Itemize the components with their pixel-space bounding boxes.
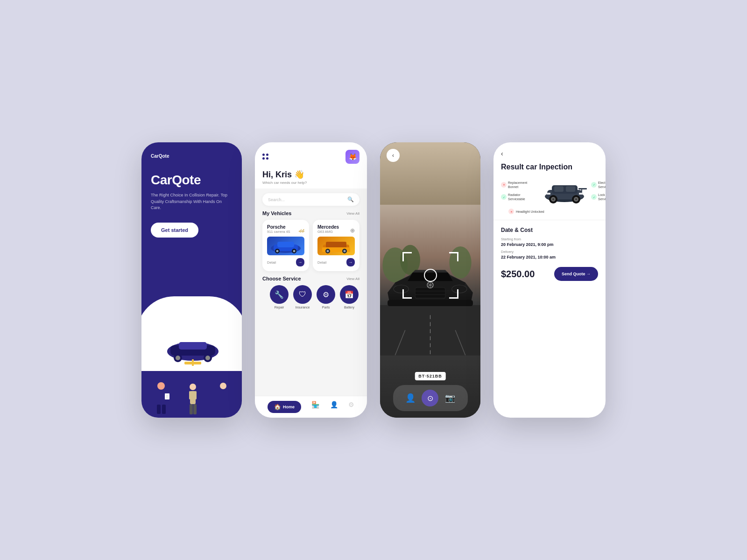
- scan-corner-bl: [402, 289, 412, 299]
- porsche-car-svg: [267, 238, 304, 254]
- date-cost-title: Date & Cost: [501, 227, 598, 233]
- vehicles-title: My Vehicles: [262, 210, 291, 216]
- inspection-right: ✓ ElectronicsServiceable ✓ LockServiceab…: [591, 181, 606, 201]
- send-quote-button[interactable]: Send Quote →: [554, 267, 598, 281]
- menu-dots[interactable]: [262, 154, 269, 160]
- svg-rect-26: [219, 390, 221, 399]
- svg-point-6: [205, 356, 210, 360]
- porsche-model: 911 carrera 4S: [267, 230, 290, 234]
- svg-rect-23: [193, 404, 197, 414]
- radiator-icon: ✓: [501, 194, 507, 200]
- license-plate: BT·521BB: [415, 372, 446, 380]
- mercedes-model: G63 AMG: [317, 230, 339, 234]
- bottom-navigation: 🏠 Home 🏪 👤 ⚙: [255, 396, 367, 418]
- mercedes-arrow-button[interactable]: →: [346, 258, 355, 266]
- shop-nav-icon[interactable]: 🏪: [311, 401, 319, 413]
- person-woman: [216, 380, 230, 418]
- svg-rect-72: [581, 188, 582, 192]
- porsche-name: Porsche: [267, 224, 290, 230]
- parts-icon: ⚙: [317, 285, 335, 304]
- services-header: Choose Service View All: [262, 276, 359, 281]
- vehicles-section: My Vehicles View All Porsche 911 carrera…: [255, 210, 367, 271]
- dot-4: [266, 157, 268, 160]
- svg-point-43: [344, 250, 346, 252]
- insurance-label: Insurance: [296, 306, 310, 309]
- brand-name: CarQote: [151, 173, 233, 188]
- user-avatar[interactable]: 🦊: [345, 150, 359, 164]
- svg-rect-74: [579, 193, 583, 195]
- result-back-button[interactable]: ‹: [501, 150, 598, 157]
- illustration: ⚙ ⚙: [141, 296, 242, 418]
- camera-view: BT·521BB 👤 ⊙ 📷: [380, 142, 480, 418]
- mercedes-image: [317, 237, 355, 255]
- headlight-item: ✕ Headlight Unlocked: [508, 209, 598, 214]
- svg-rect-14: [162, 405, 166, 414]
- inspection-car-image: [540, 177, 589, 205]
- vehicle-card-porsche[interactable]: Porsche 911 carrera 4S 🏎: [262, 220, 309, 271]
- services-view-all[interactable]: View All: [346, 277, 359, 281]
- repair-icon: 🔧: [270, 285, 289, 304]
- price-value: $250.00: [501, 269, 535, 280]
- scan-button[interactable]: ⊙: [422, 390, 438, 406]
- svg-rect-57: [388, 300, 473, 306]
- porsche-image: [267, 237, 304, 255]
- dot-3: [262, 157, 265, 160]
- svg-rect-10: [158, 391, 164, 405]
- person-mechanic: [153, 380, 169, 418]
- vehicle-card-mercedes[interactable]: Mercedes G63 AMG ⊕: [313, 220, 359, 271]
- svg-rect-21: [195, 391, 197, 399]
- person-casual: [186, 380, 200, 418]
- repair-label: Repair: [275, 306, 284, 309]
- tagline: The Right Choice In Collision Repair. To…: [151, 192, 233, 211]
- screens-container: CarQote CarQote The Right Choice In Coll…: [141, 142, 606, 418]
- search-placeholder: Search...: [268, 197, 345, 202]
- svg-point-67: [552, 198, 554, 200]
- dot-2: [266, 154, 268, 156]
- settings-nav-icon[interactable]: ⚙: [348, 401, 354, 413]
- scan-corner-br: [449, 289, 458, 299]
- porsche-detail-label: Detail: [267, 260, 276, 265]
- lock-label: LockServiceable: [598, 193, 606, 201]
- inspection-result-area: ✕ ReplacementBonnet ✓ RadiatorServiceabl…: [501, 177, 598, 205]
- user-camera-button[interactable]: 👤: [405, 393, 416, 403]
- vehicles-view-all[interactable]: View All: [346, 211, 359, 216]
- camera-back-button[interactable]: ‹: [387, 149, 400, 162]
- video-camera-button[interactable]: 📷: [445, 393, 455, 403]
- electronics-item: ✓ ElectronicsServiceable: [591, 181, 606, 189]
- service-battery[interactable]: 📅 Battery: [340, 285, 359, 309]
- search-bar[interactable]: Search... 🔍: [262, 193, 359, 206]
- divider: [493, 220, 606, 220]
- svg-rect-15: [165, 393, 169, 399]
- svg-rect-27: [225, 390, 227, 399]
- battery-label: Battery: [344, 306, 354, 309]
- service-repair[interactable]: 🔧 Repair: [270, 285, 289, 309]
- nav-home-button[interactable]: 🏠 Home: [268, 401, 301, 413]
- scan-corner-tl: [402, 252, 412, 261]
- scan-corner-tr: [449, 252, 458, 261]
- home-nav-icon: 🏠: [274, 404, 281, 410]
- screen-splash: CarQote CarQote The Right Choice In Coll…: [141, 142, 242, 418]
- get-started-button[interactable]: Get started: [151, 223, 198, 238]
- camera-controls: 👤 ⊙ 📷: [393, 385, 468, 411]
- svg-point-9: [157, 382, 165, 390]
- delivery-label: Delivery: [501, 250, 598, 254]
- scanner-overlay: [402, 252, 458, 299]
- svg-rect-71: [578, 188, 587, 189]
- svg-point-36: [293, 250, 296, 252]
- profile-nav-icon[interactable]: 👤: [330, 401, 338, 413]
- result-car-svg: [540, 177, 589, 205]
- service-insurance[interactable]: 🛡 Insurance: [293, 285, 312, 309]
- starting-date: 20 February 2021, 9:00 pm: [501, 242, 598, 247]
- replacement-bonnet-label: ReplacementBonnet: [508, 181, 527, 189]
- porsche-arrow-button[interactable]: →: [296, 258, 304, 266]
- delivery-date: 22 February 2021, 10:00 am: [501, 255, 598, 259]
- replacement-bonnet-icon: ✕: [501, 182, 507, 188]
- mercedes-car-svg: [317, 238, 355, 254]
- svg-rect-38: [326, 242, 346, 248]
- porsche-logo-icon: 🏎: [299, 227, 304, 234]
- vehicles-list: Porsche 911 carrera 4S 🏎: [262, 220, 359, 271]
- service-parts[interactable]: ⚙ Parts: [317, 285, 335, 309]
- headlight-icon: ✕: [508, 209, 514, 214]
- insurance-icon: 🛡: [293, 285, 312, 304]
- search-icon: 🔍: [347, 196, 354, 203]
